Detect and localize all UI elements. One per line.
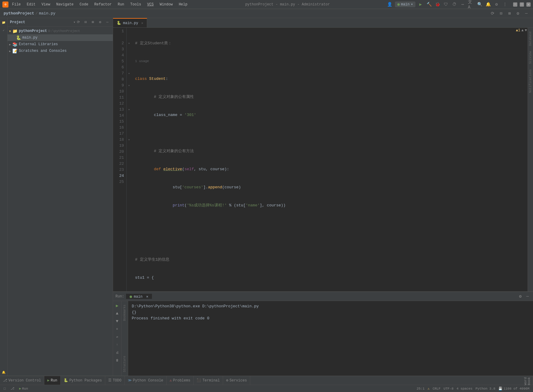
menu-navigate[interactable]: Navigate	[55, 2, 75, 7]
sync-icon[interactable]: ⟳	[490, 11, 496, 17]
gutter-9[interactable]: ▾	[127, 83, 131, 89]
gutter-18[interactable]: ▾	[127, 137, 131, 143]
expand-icon[interactable]: ⊞	[506, 11, 512, 17]
menu-view[interactable]: View	[40, 2, 52, 7]
tree-root[interactable]: ▾ 📁 pythonProject D:\pythonProject	[8, 28, 113, 34]
settings-icon[interactable]: ⚙	[515, 11, 521, 17]
run-down-btn[interactable]: ▼	[114, 318, 121, 325]
debug-button[interactable]: 🐞	[434, 1, 441, 8]
tool-tab-python-packages[interactable]: 🐍 Python Packages	[61, 376, 105, 385]
fold-class[interactable]: ▾	[128, 42, 130, 45]
sidebar-expand-icon[interactable]: ⊞	[90, 19, 96, 25]
status-position[interactable]: 25:1	[415, 387, 426, 390]
tool-tab-services[interactable]: ⚙ Services	[223, 376, 250, 385]
more-actions[interactable]: ⋯	[459, 1, 466, 8]
run-print-btn[interactable]: 🖨	[114, 349, 121, 356]
collapse-all-icon[interactable]: ⊟	[498, 11, 504, 17]
nav-down-icon[interactable]: ▼	[525, 28, 527, 33]
tree-scratches[interactable]: ▸ 📝 Scratches and Consoles	[8, 48, 113, 54]
menu-help[interactable]: Help	[178, 2, 189, 7]
menu-refactor[interactable]: Refactor	[93, 2, 113, 7]
fold-dict-close[interactable]: ▾	[128, 138, 130, 142]
terminal-output[interactable]: D:\Python\Python38\python.exe D:\pythonP…	[128, 301, 533, 376]
run-play-btn[interactable]: ▶	[114, 302, 121, 309]
editor-tab-main-py[interactable]: 🐍 main.py ✕	[113, 18, 147, 27]
bottom-close-icon[interactable]: ─	[525, 293, 531, 299]
tool-tab-run[interactable]: ▶ Run	[44, 376, 61, 385]
sidebar-settings-icon[interactable]: ⚙	[97, 19, 103, 25]
tree-main-py[interactable]: 🐍 main.py	[8, 34, 113, 41]
run-config[interactable]: main ▾	[395, 2, 415, 7]
status-run[interactable]: ▶ Run	[18, 387, 29, 390]
notifications-panel[interactable]: Notifications	[528, 67, 533, 95]
sidebar-sync-icon[interactable]: ⟳	[75, 19, 81, 25]
menu-run[interactable]: Run	[116, 2, 125, 7]
word-book-tab[interactable]: Word Book	[522, 376, 533, 385]
gutter-7[interactable]: ▾	[127, 71, 131, 77]
status-memory[interactable]: 💾 1108 of 4096M	[497, 387, 531, 390]
status-language[interactable]: Python 3.8	[474, 387, 497, 390]
structure-item[interactable]: Structure	[122, 353, 127, 375]
fold-print[interactable]: ▾	[128, 84, 130, 87]
code-content[interactable]: # 定义Student类： 1 usage class Student: # 定…	[131, 28, 528, 291]
tool-tab-problems[interactable]: ⚠ Problems	[167, 376, 194, 385]
tab-close-button[interactable]: ✕	[141, 21, 143, 25]
user-icon[interactable]: 👤	[386, 1, 393, 8]
tool-tab-terminal[interactable]: ⬛ Terminal	[194, 376, 223, 385]
tree-external-libraries[interactable]: ▸ 📚 External Libraries	[8, 41, 113, 48]
run-trash-btn[interactable]: 🗑	[114, 357, 121, 364]
run-up-btn[interactable]: ▲	[114, 310, 121, 317]
bottom-tab-close[interactable]: ✕	[146, 294, 148, 299]
fold-dict[interactable]: ▾	[128, 108, 130, 111]
bottom-tab-main[interactable]: main ✕	[126, 294, 152, 299]
run-stop-btn[interactable]: ≡	[114, 326, 121, 332]
status-expand-btn[interactable]: □	[2, 387, 7, 390]
search-everywhere[interactable]: 🔍	[476, 1, 483, 8]
translate-icon[interactable]: 文A	[468, 1, 475, 8]
menu-tools[interactable]: Tools	[129, 2, 142, 7]
build-button[interactable]: 🔨	[426, 1, 432, 8]
ide-settings[interactable]: ⚙	[493, 1, 500, 8]
maximize-button[interactable]: □	[520, 2, 524, 7]
gutter-13[interactable]: ▾	[127, 107, 131, 113]
sciview-panel[interactable]: SciView	[528, 49, 533, 66]
minimize-button[interactable]: ─	[513, 2, 517, 7]
run-config-dropdown[interactable]: ▾	[411, 2, 413, 7]
tool-tab-python-console[interactable]: ≫ Python Console	[125, 376, 167, 385]
tool-tab-version-control[interactable]: ⎇ Version Control	[0, 376, 44, 385]
notifications-activity[interactable]: 🔔	[0, 369, 7, 376]
notifications-icon[interactable]: 🔔	[485, 1, 491, 8]
menu-window[interactable]: Window	[159, 2, 174, 7]
close-button[interactable]: ✕	[526, 2, 531, 7]
close-panel-icon[interactable]: ─	[523, 11, 529, 17]
file-crumb[interactable]: main.py	[39, 11, 55, 16]
menu-bar[interactable]: File Edit View Navigate Code Refactor Ru…	[11, 2, 189, 7]
sidebar-close-icon[interactable]: ─	[104, 19, 110, 25]
nav-up-icon[interactable]: ▲	[522, 28, 524, 33]
sidebar-collapse-icon[interactable]: ⊟	[83, 19, 89, 25]
more-vertical[interactable]: ⋮	[502, 1, 508, 8]
menu-code[interactable]: Code	[78, 2, 90, 7]
status-line-ending[interactable]: CRLF	[431, 387, 442, 390]
project-activity[interactable]: 📁	[0, 19, 7, 26]
menu-edit[interactable]: Edit	[26, 2, 37, 7]
run-scroll-top[interactable]: ↑	[114, 341, 121, 348]
database-panel[interactable]: Database	[528, 29, 533, 48]
project-crumb[interactable]: pythonProject	[4, 11, 34, 16]
profile-button[interactable]: ⏱	[451, 1, 458, 8]
status-git[interactable]: ⎇	[9, 387, 16, 390]
menu-vcs[interactable]: VCS	[146, 2, 155, 7]
run-wrap-btn[interactable]: ⇌	[114, 334, 121, 340]
status-indent[interactable]: 4 spaces	[455, 387, 474, 390]
window-controls[interactable]: 👤 main ▾ ▶ 🔨 🐞 🛡 ⏱ ⋯ 文A 🔍 🔔 ⚙ ⋮ ─ □ ✕	[386, 1, 531, 8]
bottom-settings-icon[interactable]: ⚙	[517, 293, 523, 299]
tool-tab-todo[interactable]: ☰ TODO	[105, 376, 125, 385]
bookmark-item[interactable]: Bookmarks	[122, 302, 127, 323]
commit-activity[interactable]: ✓	[0, 27, 7, 34]
fold-def[interactable]: ▾	[128, 72, 130, 75]
run-button[interactable]: ▶	[417, 1, 424, 8]
menu-file[interactable]: File	[11, 2, 22, 7]
status-warnings[interactable]: ⚠	[426, 387, 431, 390]
gutter-2[interactable]: ▾	[127, 40, 131, 46]
status-encoding[interactable]: UTF-8	[442, 387, 455, 390]
